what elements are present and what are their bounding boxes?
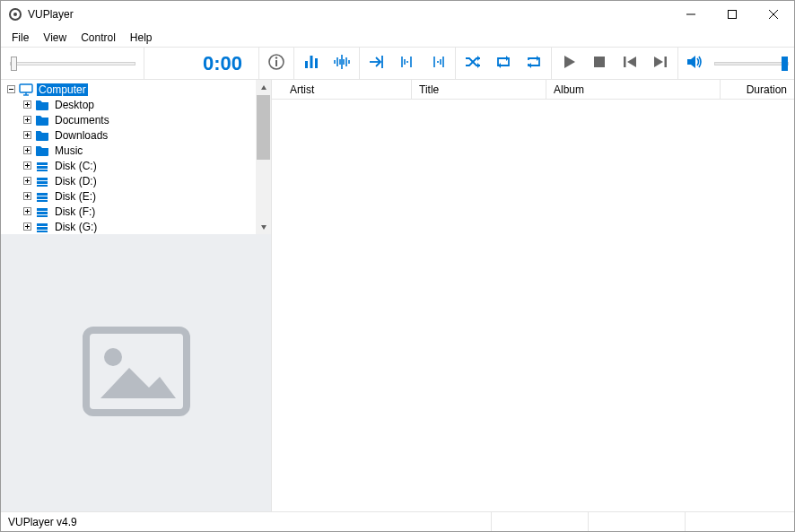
svg-rect-81 xyxy=(37,223,48,226)
shuffle-icon xyxy=(464,53,482,74)
tree-item[interactable]: Music xyxy=(22,143,256,158)
tree-item[interactable]: Disk (D:) xyxy=(22,173,256,188)
svg-rect-4 xyxy=(729,11,737,19)
tree-label: Disk (F:) xyxy=(53,205,97,218)
maximize-button[interactable] xyxy=(712,1,753,28)
expand-icon[interactable] xyxy=(22,176,32,186)
volume-control xyxy=(678,48,794,79)
tree-item[interactable]: Disk (G:) xyxy=(22,219,256,234)
svg-rect-57 xyxy=(37,162,48,165)
crossfade-a-button[interactable] xyxy=(393,49,422,78)
scroll-up-icon[interactable] xyxy=(256,80,271,95)
svg-rect-63 xyxy=(37,178,48,180)
disk-icon xyxy=(35,205,49,219)
status-version: VUPlayer v4.9 xyxy=(1,512,492,531)
info-button[interactable] xyxy=(262,49,291,78)
menubar: File View Control Help xyxy=(1,28,794,48)
waveform-icon xyxy=(333,53,351,74)
close-button[interactable] xyxy=(753,1,794,28)
mute-button[interactable] xyxy=(680,49,709,78)
status-cell-3 xyxy=(589,512,686,531)
menu-file[interactable]: File xyxy=(4,30,36,46)
svg-rect-70 xyxy=(37,196,48,199)
visualizer-button[interactable] xyxy=(328,49,356,78)
tree-item[interactable]: Disk (F:) xyxy=(22,204,256,219)
disk-icon xyxy=(35,174,49,188)
expand-icon[interactable] xyxy=(22,145,32,155)
tree-label: Downloads xyxy=(53,129,109,142)
shuffle-button[interactable] xyxy=(459,49,487,78)
folder-tree-container: Computer DesktopDocumentsDownloadsMusicD… xyxy=(1,80,271,234)
svg-rect-39 xyxy=(20,84,32,92)
svg-marker-30 xyxy=(564,56,575,68)
tree-label: Disk (D:) xyxy=(53,175,99,188)
scroll-down-icon[interactable] xyxy=(256,219,271,234)
svg-rect-76 xyxy=(37,212,48,214)
column-title[interactable]: Title xyxy=(412,80,546,99)
crossfade-b-button[interactable] xyxy=(424,49,452,78)
tree-item[interactable]: Desktop xyxy=(22,97,256,112)
next-button[interactable] xyxy=(646,49,675,78)
column-artist[interactable]: Artist xyxy=(283,80,412,99)
seek-slider[interactable] xyxy=(1,48,144,79)
disk-icon xyxy=(35,159,49,173)
tree-item[interactable]: Downloads xyxy=(22,127,256,143)
next-icon xyxy=(651,53,669,74)
svg-marker-33 xyxy=(627,57,636,67)
svg-marker-34 xyxy=(654,57,663,67)
expand-icon[interactable] xyxy=(22,100,32,109)
expand-icon[interactable] xyxy=(22,222,32,231)
tree-item[interactable]: Disk (C:) xyxy=(22,158,256,173)
scroll-thumb[interactable] xyxy=(257,95,270,160)
menu-view[interactable]: View xyxy=(36,30,74,46)
folder-icon xyxy=(35,113,49,127)
playlist-panel: Artist Title Album Duration xyxy=(272,80,794,511)
repeat-one-button[interactable] xyxy=(489,49,518,78)
expand-icon[interactable] xyxy=(22,115,32,125)
column-duration[interactable]: Duration xyxy=(721,80,794,99)
expand-icon[interactable] xyxy=(22,191,32,201)
repeat-all-button[interactable] xyxy=(520,49,548,78)
disk-icon xyxy=(35,189,49,204)
tree-label: Disk (C:) xyxy=(53,160,99,172)
expand-icon[interactable] xyxy=(22,206,32,216)
expand-icon[interactable] xyxy=(22,161,32,170)
play-button[interactable] xyxy=(555,49,583,78)
svg-rect-32 xyxy=(624,57,626,67)
window-title: VUPlayer xyxy=(28,8,74,21)
collapse-icon[interactable] xyxy=(6,84,16,94)
titlebar: VUPlayer xyxy=(1,1,794,28)
minimize-button[interactable] xyxy=(670,1,712,28)
svg-rect-10 xyxy=(305,61,308,68)
playlist-body[interactable] xyxy=(272,100,794,511)
tree-item[interactable]: Disk (E:) xyxy=(22,188,256,204)
column-handle[interactable] xyxy=(272,80,283,99)
svg-rect-59 xyxy=(37,170,48,171)
volume-slider[interactable] xyxy=(714,62,789,65)
svg-rect-58 xyxy=(37,166,48,169)
tree-scrollbar[interactable] xyxy=(256,80,271,234)
menu-help[interactable]: Help xyxy=(123,30,160,46)
skip-to-end-button[interactable] xyxy=(363,49,391,78)
stop-button[interactable] xyxy=(585,49,614,78)
tree-item[interactable]: Documents xyxy=(22,112,256,127)
statusbar: VUPlayer v4.9 xyxy=(1,511,794,531)
previous-button[interactable] xyxy=(616,49,644,78)
equalizer-button[interactable] xyxy=(297,49,326,78)
previous-icon xyxy=(621,53,639,74)
tree-label: Disk (G:) xyxy=(53,221,99,233)
album-art-placeholder xyxy=(1,234,271,511)
svg-rect-64 xyxy=(37,181,48,184)
folder-tree[interactable]: Computer DesktopDocumentsDownloadsMusicD… xyxy=(1,80,256,234)
time-display: 0:00 xyxy=(144,48,259,79)
stop-icon xyxy=(590,53,608,74)
menu-control[interactable]: Control xyxy=(74,30,123,46)
left-panel: Computer DesktopDocumentsDownloadsMusicD… xyxy=(1,80,272,511)
tree-root-computer[interactable]: Computer xyxy=(6,82,256,97)
expand-icon[interactable] xyxy=(22,130,32,140)
column-album[interactable]: Album xyxy=(546,80,721,99)
main-body: Computer DesktopDocumentsDownloadsMusicD… xyxy=(1,80,794,511)
folder-icon xyxy=(35,144,49,158)
folder-icon xyxy=(35,128,49,143)
svg-rect-75 xyxy=(37,208,48,211)
